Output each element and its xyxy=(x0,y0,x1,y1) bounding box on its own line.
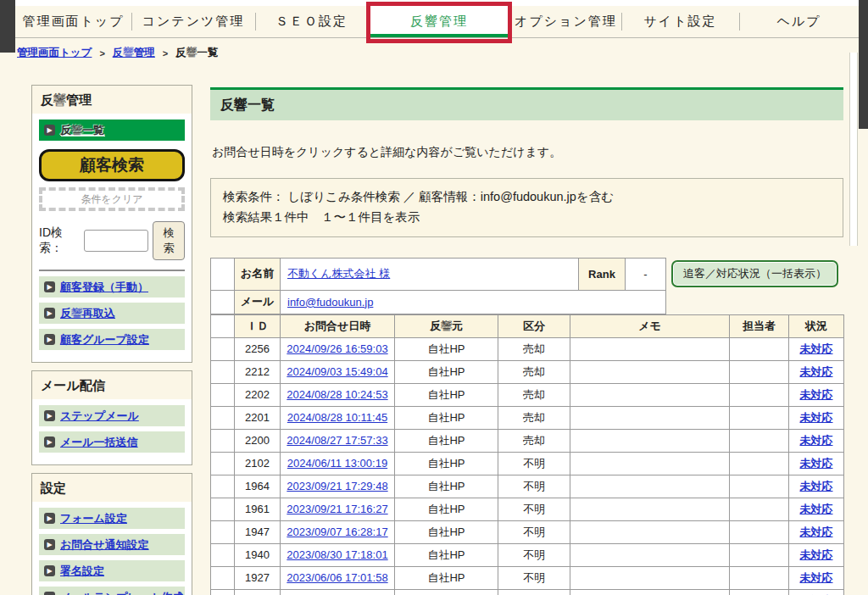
memo-cell xyxy=(570,452,730,475)
inquiry-id-cell: 2202 xyxy=(235,383,281,406)
table-header-4: メモ xyxy=(570,314,730,337)
nav-tab-5[interactable]: サイト設定 xyxy=(621,6,739,37)
inquiry-datetime-link[interactable]: 2024/09/03 15:49:04 xyxy=(287,365,387,378)
staff-cell xyxy=(730,475,789,498)
table-row: 19612023/09/21 17:16:27自社HP不明未対応 xyxy=(211,498,844,520)
page: { "colors": { "accent_green": "#009944",… xyxy=(0,0,868,595)
search-summary-box: 検索条件： しぼりこみ条件検索 ／ 顧客情報：info@fudoukun.jpを… xyxy=(210,178,843,237)
status-link[interactable]: 未対応 xyxy=(800,388,833,401)
inquiry-id-cell: 1964 xyxy=(235,475,281,498)
customer-name-link[interactable]: 不動くん株式会社 様 xyxy=(287,267,390,280)
status-link[interactable]: 未対応 xyxy=(800,434,833,447)
table-row: 19272023/06/06 17:01:58自社HP不明未対応 xyxy=(211,566,844,589)
batch-status-button[interactable]: 追客／対応状況（一括表示） xyxy=(671,260,838,287)
table-header-3: 区分 xyxy=(498,314,570,337)
table-header-2: 反響元 xyxy=(395,314,498,337)
sidebar-item-link[interactable]: 顧客グループ設定 xyxy=(60,332,149,348)
source-cell: 自社HP xyxy=(395,475,498,498)
status-link[interactable]: 未対応 xyxy=(800,548,833,561)
nav-tab-label: ＳＥＯ設定 xyxy=(275,14,348,30)
id-search-input[interactable] xyxy=(84,230,148,252)
table-row: 19472023/09/07 16:28:17自社HP不明未対応 xyxy=(211,520,844,543)
customer-mail-link[interactable]: info@fudoukun.jp xyxy=(287,296,373,309)
inquiry-datetime-cell: 2024/08/27 17:57:33 xyxy=(281,429,395,452)
sidebar-item[interactable]: ▶反響再取込 xyxy=(39,303,185,324)
sidebar-item-hankyo-ichiran[interactable]: ▶ 反響一覧 xyxy=(39,120,185,141)
staff-cell xyxy=(730,429,789,452)
category-cell: 不明 xyxy=(498,543,570,566)
status-cell: 未対応 xyxy=(789,429,844,452)
status-cell: 未対応 xyxy=(789,383,844,406)
memo-cell xyxy=(570,429,730,452)
empty-cell xyxy=(666,290,844,314)
category-cell: 売却 xyxy=(498,429,570,452)
inquiry-datetime-link[interactable]: 2024/08/27 17:57:33 xyxy=(287,434,387,447)
status-link[interactable]: 未対応 xyxy=(800,457,833,470)
sidebar-item[interactable]: ▶顧客登録（手動） xyxy=(39,276,185,298)
status-link[interactable]: 未対応 xyxy=(800,525,833,538)
sidebar-item[interactable]: ▶メールテンプレート作成 xyxy=(39,587,185,595)
staff-cell xyxy=(730,520,789,543)
row-spacer-cell xyxy=(211,337,235,360)
customer-search-button[interactable]: 顧客検索 xyxy=(39,149,185,181)
nav-tab-0[interactable]: 管理画面トップ xyxy=(15,6,131,37)
inquiry-datetime-link[interactable]: 2023/06/06 17:01:58 xyxy=(287,571,387,584)
staff-cell xyxy=(730,360,789,383)
id-search-button[interactable]: 検索 xyxy=(153,221,185,260)
status-link[interactable]: 未対応 xyxy=(800,342,833,355)
sidebar-item[interactable]: ▶署名設定 xyxy=(39,560,185,581)
sidebar-item[interactable]: ▶フォーム設定 xyxy=(39,508,185,529)
sidebar-item-link[interactable]: 署名設定 xyxy=(60,564,104,579)
sidebar-item-link[interactable]: 顧客登録（手動） xyxy=(60,280,148,295)
rank-value-cell: - xyxy=(626,258,666,290)
inquiry-datetime-link[interactable]: 2024/06/11 13:00:19 xyxy=(287,457,387,470)
inquiry-datetime-link[interactable]: 2024/09/26 16:59:03 xyxy=(287,342,387,355)
status-link[interactable]: 未対応 xyxy=(800,571,833,584)
inquiry-datetime-link[interactable]: 2023/09/07 16:28:17 xyxy=(287,525,387,538)
inquiry-datetime-link[interactable]: 2023/09/21 17:16:27 xyxy=(287,503,387,515)
category-cell: 売却 xyxy=(498,360,570,383)
sidebar-item[interactable]: ▶ステップメール xyxy=(39,405,185,426)
clear-conditions-button[interactable]: 条件をクリア xyxy=(39,187,185,211)
status-link[interactable]: 未対応 xyxy=(800,503,833,515)
scrollbar[interactable] xyxy=(849,53,858,246)
nav-tab-3[interactable]: 反響管理 xyxy=(368,6,510,37)
source-cell: 自社HP xyxy=(395,337,498,360)
inquiry-datetime-link[interactable]: 2024/08/28 10:11:45 xyxy=(287,411,387,424)
nav-tab-2[interactable]: ＳＥＯ設定 xyxy=(255,6,368,37)
sidebar-item-link[interactable]: お問合せ通知設定 xyxy=(60,537,149,553)
sidebar-item-link[interactable]: ステップメール xyxy=(60,409,139,424)
status-link[interactable]: 未対応 xyxy=(800,480,833,492)
sidebar-item-label[interactable]: 反響一覧 xyxy=(60,123,104,138)
status-link[interactable]: 未対応 xyxy=(800,365,833,378)
row-spacer-cell xyxy=(211,475,235,498)
id-search-row: ID検索： 検索 xyxy=(39,221,185,260)
inquiry-datetime-link[interactable]: 2023/09/21 17:29:48 xyxy=(287,480,387,492)
inquiry-id-cell: 2256 xyxy=(235,337,281,360)
inquiry-datetime-link[interactable]: 2023/08/30 17:18:01 xyxy=(287,548,387,561)
inquiry-datetime-cell: 2023/08/30 17:18:01 xyxy=(281,543,395,566)
inquiry-id-cell: 1940 xyxy=(235,543,281,566)
breadcrumb-item-0[interactable]: 管理画面トップ xyxy=(17,46,92,60)
inquiry-datetime-link[interactable]: 2024/08/28 10:24:53 xyxy=(287,388,387,401)
sidebar-item-link[interactable]: メール一括送信 xyxy=(60,435,138,450)
table-row: 21022024/06/11 13:00:19自社HP不明未対応 xyxy=(211,452,844,475)
inquiry-id-cell: 2200 xyxy=(235,429,281,452)
nav-tab-label: サイト設定 xyxy=(643,14,716,30)
status-link[interactable]: 未対応 xyxy=(800,411,833,424)
sidebar-item-link[interactable]: 反響再取込 xyxy=(60,306,115,321)
sidebar-item[interactable]: ▶お問合せ通知設定 xyxy=(39,534,185,555)
sidebar-item-link[interactable]: フォーム設定 xyxy=(60,511,127,526)
source-cell: 自社HP xyxy=(395,406,498,429)
sidebar-item-link[interactable]: メールテンプレート作成 xyxy=(60,590,183,595)
nav-tab-6[interactable]: ヘルプ xyxy=(739,6,859,37)
category-cell: 売却 xyxy=(498,337,570,360)
nav-tab-1[interactable]: コンテンツ管理 xyxy=(131,6,255,37)
nav-tab-4[interactable]: オプション管理 xyxy=(510,6,621,37)
sidebar-item[interactable]: ▶顧客グループ設定 xyxy=(39,329,185,350)
staff-cell xyxy=(730,543,789,566)
table-header-5: 担当者 xyxy=(730,314,789,337)
table-header-1: お問合せ日時 xyxy=(281,314,395,337)
breadcrumb-item-1[interactable]: 反響管理 xyxy=(113,46,155,60)
sidebar-item[interactable]: ▶メール一括送信 xyxy=(39,431,185,453)
